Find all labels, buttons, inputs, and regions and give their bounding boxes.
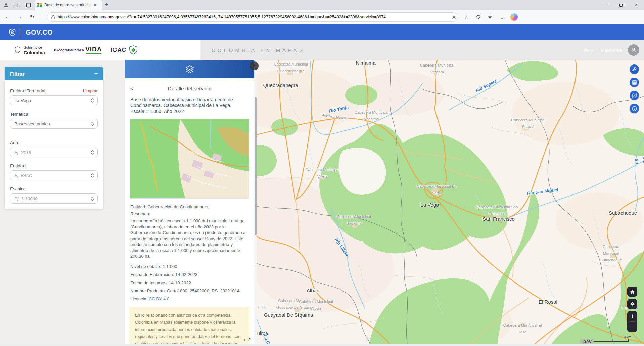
filter-title: Filtrar	[10, 71, 25, 77]
clear-filters-link[interactable]: Limpiar	[83, 88, 98, 93]
favorite-star-icon[interactable]: ☆	[462, 13, 471, 21]
filter-panel: Filtrar − Entidad Territorial: Limpiar L…	[4, 67, 103, 210]
map-label: La Vega	[420, 202, 439, 208]
entidad-line: Entidad: Gobernación de Cundinamarca	[130, 204, 249, 209]
meta-nivel: Nivel de detalle: 1:1.000	[130, 264, 249, 269]
licencia-label: Licencia:	[130, 296, 147, 301]
field-label-tematica: Temática:	[10, 112, 98, 117]
map-scale-bar	[593, 339, 629, 342]
site-favicon	[37, 3, 42, 7]
geografia-tag: #GeografíaParaLa	[54, 48, 84, 52]
profile-icon[interactable]	[2, 1, 10, 9]
gobierno-logo: Gobierno de Colombia	[15, 44, 45, 56]
address-bar[interactable]: https://www.colombiaenmapas.gov.co/?e=-7…	[47, 12, 457, 22]
url-text: https://www.colombiaenmapas.gov.co/?e=-7…	[58, 15, 386, 19]
window-minimize-button[interactable]	[598, 0, 613, 10]
nav-item[interactable]: Plataforma	[601, 48, 622, 53]
select-ano[interactable]: Ej: 2019	[10, 147, 98, 157]
select-entidad[interactable]: Ej: IGAC	[10, 170, 98, 180]
meta-nombre-producto: Nombre Producto: Carto1000_25402000_RS_2…	[130, 288, 249, 293]
window-restore-button[interactable]	[613, 0, 629, 10]
map-info-button[interactable]	[630, 104, 639, 113]
product-thumbnail[interactable]	[130, 119, 249, 199]
user-avatar[interactable]	[628, 44, 639, 56]
select-chevrons-icon	[91, 122, 94, 126]
igac-shield-icon	[129, 45, 138, 55]
map-label: Ca	[622, 304, 627, 311]
refresh-button[interactable]: ↻	[28, 13, 36, 21]
govco-brand[interactable]: GOV.CO	[26, 29, 53, 36]
map-locate-button[interactable]	[627, 299, 637, 309]
read-aloud-icon[interactable]: A)	[450, 13, 459, 21]
panel-resize-controls[interactable]: ▾↗	[244, 337, 251, 342]
map-labels: Cabecera Municipal QuebradanegraQuebrada…	[257, 60, 644, 346]
field-label-escala: Escala:	[10, 186, 98, 191]
map-home-button[interactable]	[627, 287, 637, 297]
scroll-caret-icon: ▾	[244, 338, 245, 342]
tab-close-icon[interactable]: ✕	[93, 3, 97, 7]
map-label: El Rosal	[539, 299, 557, 305]
browser-tab[interactable]: Base de datos vectorial básica. De ✕	[35, 0, 102, 10]
map-label: Cabecera Municipal San Francisco	[476, 204, 518, 217]
panel-collapse-button[interactable]: ‹	[250, 61, 259, 70]
meta-fecha-insumos: Fecha de Insumos: 14-10-2022	[130, 280, 249, 285]
browser-essentials-icon[interactable]	[474, 13, 483, 21]
workspaces-icon[interactable]	[13, 1, 21, 9]
select-tematica[interactable]: Bases vectoriales	[10, 119, 98, 129]
more-menu-icon[interactable]: …	[498, 13, 507, 21]
select-entidad-territorial[interactable]: La Vega	[10, 95, 98, 105]
map-pin-icon	[632, 93, 637, 98]
select-chevrons-icon	[91, 150, 94, 155]
map-label: Cabecera Municipal Subachoque	[595, 243, 628, 263]
field-label-entidad-territorial: Entidad Territorial:	[10, 88, 47, 93]
licencia-link[interactable]: CC BY 4.0	[149, 296, 169, 301]
map-label: Subachoque	[609, 210, 637, 216]
zoom-in-button[interactable]: +	[627, 311, 637, 321]
gobierno-line1: Gobierno de	[24, 46, 42, 49]
map-viewport[interactable]: Cabecera Municipal QuebradanegraQuebrada…	[257, 60, 644, 346]
map-label: Río Su	[632, 156, 644, 166]
favorites-bar-icon[interactable]	[486, 13, 495, 21]
zoom-out-button[interactable]: −	[627, 322, 637, 332]
back-button[interactable]: ←	[3, 13, 12, 21]
lock-icon	[51, 15, 55, 19]
map-table-button[interactable]	[630, 78, 639, 87]
detail-panel-header	[125, 60, 254, 78]
filter-panel-header[interactable]: Filtrar −	[5, 67, 103, 80]
gobierno-line2: Colombia	[24, 50, 45, 55]
locate-icon	[630, 302, 635, 307]
forward-button[interactable]: →	[15, 13, 24, 21]
back-chevron[interactable]: <	[130, 86, 133, 91]
map-label: Albán	[307, 287, 319, 294]
meta-fecha-elaboracion: Fecha de Elaboración: 14-02-2023	[130, 272, 249, 277]
map-tools-button[interactable]	[630, 64, 639, 74]
select-chevrons-icon	[91, 173, 94, 178]
collapse-minus-icon[interactable]: −	[94, 70, 98, 77]
map-attribution[interactable]: IGAC	[580, 339, 594, 344]
product-title: Base de datos vectorial básica. Departam…	[130, 97, 249, 114]
window-close-button[interactable]: ✕	[629, 0, 644, 10]
disclaimer-box: En lo relacionado con asuntos de otra co…	[130, 307, 249, 346]
map-basemap-button[interactable]	[630, 91, 639, 100]
geografia-vida-logo: #GeografíaParaLa VIDA	[54, 46, 102, 54]
page-horizontal-scrollbar[interactable]	[0, 344, 644, 346]
browser-toolbar: ← → ↻ https://www.colombiaenmapas.gov.co…	[0, 10, 644, 24]
select-escala[interactable]: Ej: 1:10000	[10, 193, 98, 204]
vertical-tabs-icon[interactable]	[24, 1, 32, 9]
detail-title: Detalle del servicio	[125, 86, 254, 92]
field-label-ano: Año:	[10, 140, 98, 145]
wrench-icon	[632, 67, 637, 72]
nav-item[interactable]: Inicio	[583, 48, 593, 53]
select-chevrons-icon	[91, 197, 94, 201]
home-icon	[630, 290, 635, 294]
map-label: Río Supatá	[474, 77, 498, 94]
govco-escudo-icon	[9, 28, 16, 36]
application-window: Base de datos vectorial básica. De ✕ + ✕…	[0, 0, 644, 346]
new-tab-button[interactable]: +	[105, 1, 108, 8]
map-label: Río San Miguel	[526, 186, 558, 198]
resize-arrow-icon: ↗	[247, 337, 251, 342]
site-header: Gobierno de Colombia #GeografíaParaLa VI…	[0, 40, 644, 60]
vida-swoosh	[85, 53, 102, 54]
igac-logo: IGAC	[111, 45, 138, 55]
copilot-icon[interactable]	[510, 13, 518, 21]
